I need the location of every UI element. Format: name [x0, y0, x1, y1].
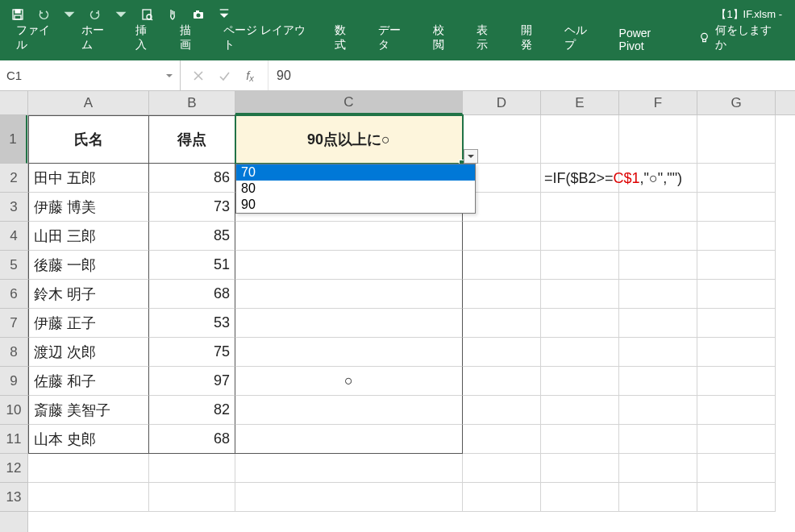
row-header-8[interactable]: 8: [0, 338, 27, 367]
validation-dropdown-button[interactable]: [464, 149, 478, 164]
cell-D4[interactable]: [463, 222, 541, 251]
tab-developer[interactable]: 開発: [510, 15, 553, 60]
dropdown-option-80[interactable]: 80: [236, 181, 475, 197]
cell-G10[interactable]: [697, 396, 776, 425]
validation-dropdown-list[interactable]: 708090: [235, 164, 476, 214]
tab-view[interactable]: 表示: [465, 15, 509, 60]
tab-review[interactable]: 校閲: [422, 15, 465, 60]
col-header-e[interactable]: E: [541, 91, 619, 114]
cell-E10[interactable]: [541, 396, 619, 425]
cell-score-7[interactable]: 53: [149, 309, 235, 338]
cell-G13[interactable]: [697, 483, 776, 512]
cell-score-4[interactable]: 85: [149, 222, 235, 251]
col-header-a[interactable]: A: [28, 91, 149, 114]
cell-mark-10[interactable]: [235, 396, 463, 425]
row-header-9[interactable]: 9: [0, 367, 27, 396]
cancel-button[interactable]: [187, 64, 210, 87]
cell-G4[interactable]: [697, 222, 776, 251]
tab-help[interactable]: ヘルプ: [553, 15, 608, 60]
enter-button[interactable]: [213, 64, 235, 87]
cell-B13[interactable]: [149, 483, 235, 512]
cell-G8[interactable]: [697, 338, 776, 367]
cell-G3[interactable]: [697, 193, 776, 222]
cell-score-3[interactable]: 73: [149, 193, 235, 222]
cell-G5[interactable]: [697, 251, 776, 280]
cell-D6[interactable]: [463, 280, 541, 309]
cell-F8[interactable]: [619, 338, 697, 367]
cell-G12[interactable]: [697, 454, 776, 483]
row-header-4[interactable]: 4: [0, 222, 27, 251]
cell-B12[interactable]: [149, 454, 235, 483]
cell-F9[interactable]: [619, 367, 697, 396]
row-header-12[interactable]: 12: [0, 454, 27, 483]
cell-F7[interactable]: [619, 309, 697, 338]
row-header-13[interactable]: 13: [0, 483, 27, 512]
cell-D7[interactable]: [463, 309, 541, 338]
cell-name-7[interactable]: 伊藤 正子: [28, 309, 149, 338]
cell-F6[interactable]: [619, 280, 697, 309]
cell-name-9[interactable]: 佐藤 和子: [28, 367, 149, 396]
cell-name-6[interactable]: 鈴木 明子: [28, 280, 149, 309]
formula-input[interactable]: 90: [268, 69, 795, 83]
cell-E11[interactable]: [541, 425, 619, 454]
name-box-dropdown-icon[interactable]: [165, 69, 173, 82]
tell-me-search[interactable]: 何をしますか: [687, 15, 790, 60]
col-header-d[interactable]: D: [463, 91, 541, 114]
cell-G2[interactable]: [697, 164, 776, 193]
cell-C12[interactable]: [235, 454, 463, 483]
cell-name-5[interactable]: 後藤 一郎: [28, 251, 149, 280]
header-name[interactable]: 氏名: [28, 115, 149, 164]
cell-mark-6[interactable]: [235, 280, 463, 309]
cell-name-10[interactable]: 斎藤 美智子: [28, 396, 149, 425]
cell-D10[interactable]: [463, 396, 541, 425]
row-header-11[interactable]: 11: [0, 425, 27, 454]
col-header-g[interactable]: G: [697, 91, 776, 114]
cell-mark-8[interactable]: [235, 338, 463, 367]
header-mark[interactable]: 90点以上に○: [235, 115, 463, 164]
row-header-3[interactable]: 3: [0, 193, 27, 222]
cell-name-3[interactable]: 伊藤 博美: [28, 193, 149, 222]
row-header-10[interactable]: 10: [0, 396, 27, 425]
tab-power-pivot[interactable]: Power Pivot: [608, 19, 687, 60]
cell-F3[interactable]: [619, 193, 697, 222]
cell-score-10[interactable]: 82: [149, 396, 235, 425]
dropdown-option-90[interactable]: 90: [236, 197, 475, 213]
cell-mark-11[interactable]: [235, 425, 463, 454]
name-box[interactable]: C1: [0, 60, 181, 90]
cell-score-11[interactable]: 68: [149, 425, 235, 454]
cell-E3[interactable]: [541, 193, 619, 222]
cell-E4[interactable]: [541, 222, 619, 251]
cell-E13[interactable]: [541, 483, 619, 512]
cell-E12[interactable]: [541, 454, 619, 483]
dropdown-option-70[interactable]: 70: [236, 164, 475, 181]
cell-G7[interactable]: [697, 309, 776, 338]
header-score[interactable]: 得点: [149, 115, 235, 164]
cell-D5[interactable]: [463, 251, 541, 280]
cell-D9[interactable]: [463, 367, 541, 396]
cell-G6[interactable]: [697, 280, 776, 309]
row-header-2[interactable]: 2: [0, 164, 27, 193]
cell-E7[interactable]: [541, 309, 619, 338]
tab-insert[interactable]: 挿入: [124, 15, 168, 60]
cell-F12[interactable]: [619, 454, 697, 483]
tab-home[interactable]: ホーム: [70, 15, 125, 60]
cell-F11[interactable]: [619, 425, 697, 454]
cell-A12[interactable]: [28, 454, 149, 483]
row-header-5[interactable]: 5: [0, 251, 27, 280]
cell-G9[interactable]: [697, 367, 776, 396]
cell-C13[interactable]: [235, 483, 463, 512]
insert-function-button[interactable]: fx: [239, 64, 261, 87]
tab-page-layout[interactable]: ページ レイアウト: [212, 15, 323, 60]
tab-file[interactable]: ファイル: [5, 15, 70, 60]
cell-mark-7[interactable]: [235, 309, 463, 338]
col-header-c[interactable]: C: [235, 91, 463, 114]
cell-A13[interactable]: [28, 483, 149, 512]
cell-E1[interactable]: [541, 115, 619, 164]
cell-D13[interactable]: [463, 483, 541, 512]
cell-score-2[interactable]: 86: [149, 164, 235, 193]
cell-E9[interactable]: [541, 367, 619, 396]
tab-draw[interactable]: 描画: [169, 15, 212, 60]
tab-data[interactable]: データ: [367, 15, 422, 60]
row-header-7[interactable]: 7: [0, 309, 27, 338]
cell-D12[interactable]: [463, 454, 541, 483]
